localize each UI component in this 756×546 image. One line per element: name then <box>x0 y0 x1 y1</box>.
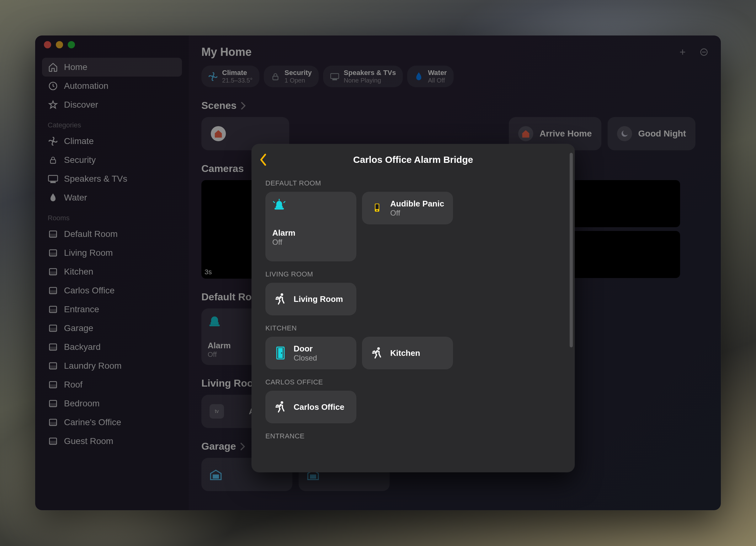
modal-scrollbar[interactable] <box>570 153 573 416</box>
door-icon <box>274 346 287 360</box>
svg-point-44 <box>281 353 282 354</box>
svg-rect-39 <box>375 204 379 209</box>
group-label: KITCHEN <box>265 324 561 332</box>
svg-point-41 <box>281 294 283 296</box>
card-subtitle: Off <box>272 238 349 246</box>
group-label: DEFAULT ROOM <box>265 179 561 187</box>
motion-icon <box>274 400 287 414</box>
motion-icon <box>274 292 287 306</box>
back-button[interactable] <box>259 153 267 166</box>
accessory-card-kitchen[interactable]: Kitchen <box>362 337 453 369</box>
card-label: Carlos Office <box>294 402 344 412</box>
accessory-card-audible-panic[interactable]: Audible PanicOff <box>362 192 453 224</box>
card-label: Door <box>294 344 317 354</box>
modal-title: Carlos Office Alarm Bridge <box>353 154 473 165</box>
group-label: ENTRANCE <box>265 432 561 440</box>
group-label: LIVING ROOM <box>265 270 561 278</box>
svg-point-46 <box>281 401 283 404</box>
group-label: CARLOS OFFICE <box>265 378 561 386</box>
accessory-card-carlos-office[interactable]: Carlos Office <box>265 391 356 423</box>
accessory-card-alarm[interactable]: AlarmOff <box>265 192 356 261</box>
accessory-card-living-room[interactable]: Living Room <box>265 283 356 316</box>
panic-icon <box>370 201 384 215</box>
card-subtitle: Off <box>390 209 444 217</box>
accessory-card-door[interactable]: DoorClosed <box>265 337 356 369</box>
card-label: Living Room <box>294 294 343 304</box>
svg-point-45 <box>377 347 380 350</box>
svg-rect-37 <box>274 208 284 209</box>
app-window: HomeAutomationDiscover Categories Climat… <box>35 35 721 510</box>
card-label: Audible Panic <box>390 199 444 209</box>
svg-point-40 <box>376 210 378 211</box>
motion-icon <box>370 346 384 360</box>
card-label: Kitchen <box>390 348 420 358</box>
alarm-icon <box>272 199 286 212</box>
card-subtitle: Closed <box>294 354 317 363</box>
accessory-modal: Carlos Office Alarm Bridge DEFAULT ROOMA… <box>252 144 575 472</box>
card-label: Alarm <box>272 228 349 238</box>
